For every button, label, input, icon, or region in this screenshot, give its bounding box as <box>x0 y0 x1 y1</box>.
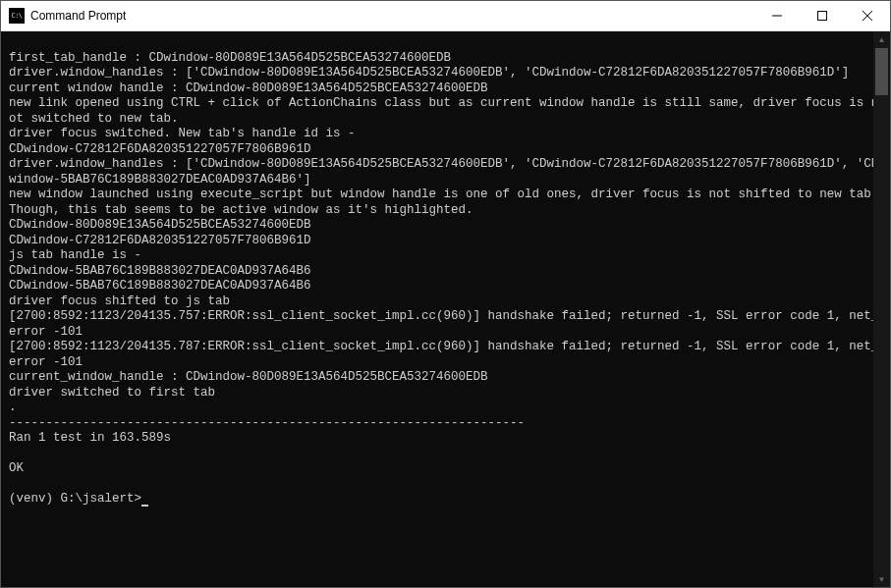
close-icon <box>863 11 872 21</box>
terminal-area: first_tab_handle : CDwindow-80D089E13A56… <box>1 31 890 588</box>
scrollbar-track[interactable] <box>873 48 890 571</box>
window-title: Command Prompt <box>30 9 754 23</box>
text-cursor <box>141 505 148 507</box>
svg-rect-1 <box>818 12 827 21</box>
minimize-icon <box>772 11 782 21</box>
cmd-icon: C:\ <box>9 8 25 24</box>
scroll-down-arrow[interactable]: ▼ <box>873 571 890 588</box>
maximize-button[interactable] <box>800 1 845 30</box>
scroll-up-arrow[interactable]: ▲ <box>873 31 890 48</box>
terminal-log-text: first_tab_handle : CDwindow-80D089E13A56… <box>9 51 886 476</box>
shell-prompt: (venv) G:\jsalert> <box>9 492 141 506</box>
titlebar: C:\ Command Prompt <box>1 1 890 31</box>
vertical-scrollbar[interactable]: ▲ ▼ <box>873 31 890 588</box>
scrollbar-thumb[interactable] <box>875 48 888 95</box>
terminal-output[interactable]: first_tab_handle : CDwindow-80D089E13A56… <box>1 31 890 588</box>
window-controls <box>754 1 890 30</box>
minimize-button[interactable] <box>754 1 800 30</box>
maximize-icon <box>817 11 827 21</box>
close-button[interactable] <box>845 1 890 30</box>
